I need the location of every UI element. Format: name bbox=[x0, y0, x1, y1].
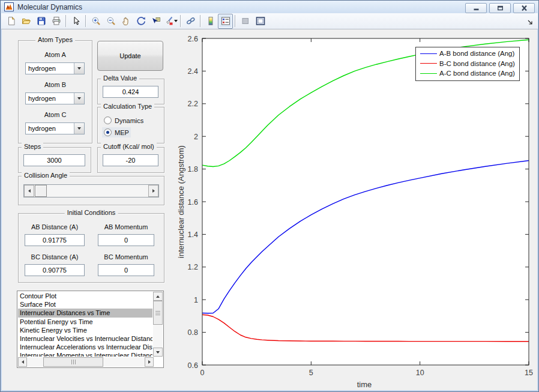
atom-a-dropdown[interactable]: hydrogen bbox=[25, 62, 85, 74]
ab-momentum-field[interactable] bbox=[98, 234, 154, 246]
listbox-item[interactable]: Internuclear Momenta vs Internuclear Dis… bbox=[18, 351, 152, 357]
title-bar: Molecular Dynamics bbox=[1, 1, 538, 13]
radio-mep-label: MEP bbox=[115, 129, 129, 136]
slider-left-arrow[interactable] bbox=[24, 185, 34, 197]
atom-a-dropdown-button[interactable] bbox=[74, 63, 84, 74]
window-controls bbox=[465, 3, 535, 13]
legend-line-sample bbox=[420, 53, 437, 54]
cutoff-field[interactable] bbox=[103, 154, 158, 166]
radio-dynamics-label: Dynamics bbox=[115, 117, 143, 124]
edit-plot-icon[interactable] bbox=[68, 14, 83, 29]
legend-label: B-C bond distance (Ang) bbox=[439, 60, 515, 67]
minimize-button[interactable] bbox=[465, 3, 487, 13]
atom-b-dropdown[interactable]: hydrogen bbox=[25, 92, 85, 104]
atom-b-value: hydrogen bbox=[26, 93, 74, 104]
thumb-grip bbox=[71, 360, 76, 364]
scroll-right-button[interactable] bbox=[145, 357, 154, 367]
toolbar-overflow-icon[interactable] bbox=[527, 17, 533, 28]
toolbar-separator bbox=[85, 15, 86, 27]
delta-value-panel: Delta Value bbox=[97, 79, 164, 104]
bc-momentum-label: BC Momentum bbox=[98, 253, 154, 261]
atom-c-dropdown-button[interactable] bbox=[74, 123, 84, 134]
cutoff-panel: Cutoff (Kcal/ mol) bbox=[97, 147, 164, 173]
update-button[interactable]: Update bbox=[97, 41, 163, 71]
collision-angle-slider[interactable] bbox=[23, 184, 159, 198]
zoom-out-icon[interactable] bbox=[103, 14, 118, 29]
listbox-items: Contour PlotSurface PlotInternuclear Dis… bbox=[18, 292, 152, 357]
toolbar-separator bbox=[235, 15, 236, 27]
restore-button[interactable] bbox=[489, 3, 511, 13]
chevron-down-icon bbox=[77, 67, 81, 70]
thumb-grip bbox=[155, 311, 160, 315]
legend-entry: A-B bond distance (Ang) bbox=[416, 49, 519, 59]
zoom-in-icon[interactable] bbox=[88, 14, 103, 29]
delta-value-title: Delta Value bbox=[101, 74, 139, 82]
atom-c-label: Atom C bbox=[19, 111, 92, 118]
slider-right-arrow[interactable] bbox=[148, 185, 158, 197]
slider-thumb[interactable] bbox=[35, 185, 47, 197]
radio-mep[interactable]: MEP bbox=[102, 127, 131, 137]
scroll-left-button[interactable] bbox=[18, 357, 27, 367]
print-figure-icon[interactable] bbox=[49, 14, 64, 29]
toolbar-separator bbox=[200, 15, 201, 27]
atom-b-dropdown-button[interactable] bbox=[74, 93, 84, 104]
chevron-down-icon bbox=[77, 97, 81, 100]
new-figure-icon[interactable] bbox=[4, 14, 19, 29]
calculation-type-title: Calculation Type bbox=[101, 103, 154, 110]
listbox-item[interactable]: Surface Plot bbox=[18, 300, 152, 309]
arrow-down-icon bbox=[156, 351, 160, 354]
atom-c-dropdown[interactable]: hydrogen bbox=[25, 122, 85, 134]
atom-a-label: Atom A bbox=[19, 51, 92, 58]
steps-field[interactable] bbox=[23, 154, 85, 166]
slider-track[interactable] bbox=[34, 185, 148, 197]
matlab-figure-window: Molecular Dynamics bbox=[0, 0, 539, 392]
close-button[interactable] bbox=[513, 3, 535, 13]
radio-icon bbox=[104, 128, 112, 136]
collision-angle-panel: Collision Angle bbox=[18, 176, 164, 205]
listbox-item[interactable]: Contour Plot bbox=[18, 292, 152, 300]
radio-dynamics[interactable]: Dynamics bbox=[102, 115, 145, 125]
listbox-item[interactable]: Internuclear Velocities vs Internuclear … bbox=[18, 334, 152, 343]
listbox-item[interactable]: Kinetic Energy vs Time bbox=[18, 326, 152, 334]
brush-data-icon[interactable] bbox=[163, 14, 178, 29]
data-cursor-icon[interactable] bbox=[148, 14, 163, 29]
vertical-scrollbar[interactable] bbox=[153, 292, 163, 357]
bc-distance-field[interactable] bbox=[25, 264, 85, 276]
horizontal-scrollbar[interactable] bbox=[18, 357, 154, 367]
rotate-3d-icon[interactable] bbox=[133, 14, 148, 29]
listbox-item[interactable]: Internuclear Accelerations vs Internucle… bbox=[18, 343, 152, 351]
initial-conditions-panel: Initial Conditions AB Distance (A) AB Mo… bbox=[18, 213, 164, 283]
legend-label: A-B bond distance (Ang) bbox=[439, 50, 514, 57]
arrow-left-icon bbox=[22, 360, 24, 364]
arrow-right-icon bbox=[148, 360, 151, 364]
cutoff-title: Cutoff (Kcal/ mol) bbox=[101, 143, 157, 150]
show-plot-tools-icon[interactable] bbox=[253, 14, 268, 29]
listbox-item[interactable]: Potential Energy vs Time bbox=[18, 318, 152, 326]
horizontal-scroll-thumb[interactable] bbox=[43, 357, 103, 367]
plot-type-listbox[interactable]: Contour PlotSurface PlotInternuclear Dis… bbox=[17, 291, 164, 368]
window-title: Molecular Dynamics bbox=[17, 3, 82, 11]
steps-panel: Steps bbox=[18, 147, 91, 173]
legend[interactable]: A-B bond distance (Ang)B-C bond distance… bbox=[415, 47, 520, 81]
open-file-icon[interactable] bbox=[19, 14, 34, 29]
vertical-scroll-thumb[interactable] bbox=[153, 301, 163, 325]
pan-icon[interactable] bbox=[118, 14, 133, 29]
delta-value-field[interactable] bbox=[103, 86, 158, 98]
link-plot-icon[interactable] bbox=[183, 14, 198, 29]
atom-types-panel: Atom Types Atom A hydrogen Atom B hydrog… bbox=[18, 40, 92, 143]
insert-legend-icon[interactable] bbox=[218, 14, 233, 29]
scroll-down-button[interactable] bbox=[153, 348, 163, 357]
insert-colorbar-icon[interactable] bbox=[203, 14, 218, 29]
save-figure-icon[interactable] bbox=[34, 14, 49, 29]
ab-distance-label: AB Distance (A) bbox=[25, 223, 85, 231]
scroll-up-button[interactable] bbox=[153, 292, 163, 301]
bc-momentum-field[interactable] bbox=[98, 264, 154, 276]
steps-title: Steps bbox=[22, 143, 43, 150]
brush-dropdown-icon[interactable] bbox=[174, 20, 178, 22]
listbox-item[interactable]: Internuclear Distances vs Time bbox=[18, 309, 152, 317]
toolbar-separator bbox=[65, 15, 67, 27]
atom-a-value: hydrogen bbox=[26, 63, 74, 74]
ab-distance-field[interactable] bbox=[25, 234, 85, 246]
hide-plot-tools-icon[interactable] bbox=[238, 14, 253, 29]
radio-icon bbox=[104, 116, 112, 124]
